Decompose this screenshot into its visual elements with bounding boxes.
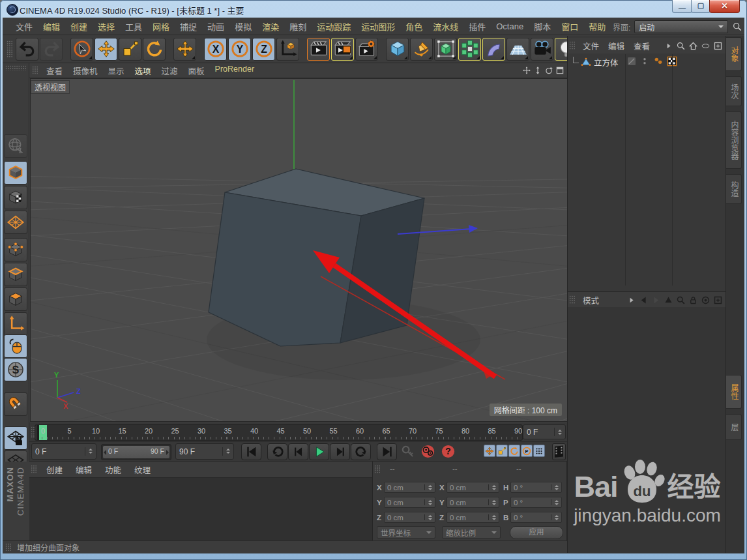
menu-item[interactable]: 插件 bbox=[463, 18, 491, 35]
spinner[interactable] bbox=[488, 484, 496, 490]
material-menu-item[interactable]: 功能 bbox=[98, 462, 128, 478]
am-target[interactable] bbox=[701, 295, 710, 305]
viewport-menu-item[interactable]: 面板 bbox=[183, 63, 210, 79]
scale-mode-select[interactable]: 缩放比例 bbox=[442, 526, 501, 538]
prev-frame-button[interactable] bbox=[288, 443, 308, 460]
menu-item[interactable]: 帮助 bbox=[583, 18, 611, 35]
move-tool[interactable] bbox=[95, 38, 117, 61]
render-settings-button[interactable] bbox=[355, 38, 378, 61]
om-add[interactable] bbox=[713, 41, 723, 51]
menu-item[interactable]: 运动跟踪 bbox=[312, 18, 356, 35]
tab-takes[interactable]: 场次 bbox=[726, 76, 742, 106]
viewport-menu-item[interactable]: ProRender bbox=[210, 63, 259, 79]
goto-prev-key-button[interactable] bbox=[267, 443, 287, 460]
spinner[interactable] bbox=[554, 428, 562, 436]
menu-item[interactable]: 雕刻 bbox=[284, 18, 312, 35]
menu-item[interactable]: 文件 bbox=[10, 18, 38, 35]
spinner[interactable] bbox=[551, 484, 559, 490]
om-home[interactable] bbox=[688, 41, 698, 51]
menu-item[interactable]: 捕捉 bbox=[175, 18, 202, 35]
om-menu-item[interactable]: 文件 bbox=[578, 38, 604, 54]
material-grip[interactable] bbox=[31, 465, 37, 474]
goto-end-button[interactable] bbox=[377, 443, 397, 460]
viewport-grip[interactable] bbox=[32, 66, 38, 75]
am-up[interactable] bbox=[664, 295, 673, 305]
am-search[interactable] bbox=[676, 295, 686, 305]
view-label[interactable]: 透视视图 bbox=[31, 80, 70, 94]
minimize-button[interactable]: — bbox=[672, 0, 692, 13]
z-axis-lock[interactable]: Z bbox=[252, 38, 275, 61]
tab-attributes[interactable]: 属性 bbox=[726, 375, 742, 409]
am-more[interactable] bbox=[626, 295, 636, 305]
add-generator-button[interactable] bbox=[434, 38, 457, 61]
visibility-dots-icon[interactable] bbox=[639, 56, 650, 66]
workplane-mode-button[interactable] bbox=[4, 211, 27, 234]
model-mode-button[interactable] bbox=[4, 161, 27, 184]
coordinate-system-toggle[interactable] bbox=[276, 38, 299, 61]
snap-settings-button[interactable]: S bbox=[4, 358, 27, 381]
edges-mode-button[interactable] bbox=[4, 263, 27, 286]
scene-canvas[interactable]: Y Z X bbox=[30, 78, 568, 422]
toolbar-grip[interactable] bbox=[7, 40, 12, 57]
enable-dots-icon[interactable] bbox=[652, 56, 664, 66]
om-search[interactable] bbox=[676, 41, 686, 51]
render-picture-viewer-button[interactable] bbox=[331, 38, 354, 61]
next-frame-button[interactable] bbox=[330, 443, 350, 460]
menu-item[interactable]: 编辑 bbox=[38, 18, 65, 35]
am-grip[interactable] bbox=[569, 295, 575, 304]
enable-axis-button[interactable] bbox=[4, 312, 27, 336]
add-environment-button[interactable] bbox=[506, 38, 529, 61]
menu-item[interactable]: 选择 bbox=[93, 18, 120, 35]
coords-grip[interactable] bbox=[374, 465, 380, 474]
menu-item[interactable]: 工具 bbox=[120, 18, 147, 35]
left-toolbar-grip[interactable] bbox=[5, 65, 26, 70]
material-menu-item[interactable]: 编辑 bbox=[69, 462, 98, 478]
tab-structure[interactable]: 构造 bbox=[726, 174, 742, 204]
interface-select[interactable]: 启动 bbox=[634, 20, 728, 33]
om-menu-item[interactable]: 查看 bbox=[629, 38, 654, 54]
add-camera-button[interactable] bbox=[531, 38, 553, 61]
om-menu-item[interactable]: 编辑 bbox=[604, 38, 629, 54]
polygon-object-icon[interactable] bbox=[581, 57, 591, 67]
last-used-tool[interactable] bbox=[173, 38, 196, 61]
viewport-menu-item[interactable]: 过滤 bbox=[156, 63, 183, 79]
om-more[interactable] bbox=[664, 41, 673, 51]
add-deformer-button[interactable] bbox=[482, 38, 505, 61]
spinner[interactable] bbox=[424, 514, 432, 520]
start-frame-field[interactable]: 0 F bbox=[31, 443, 96, 460]
record-scale-toggle[interactable] bbox=[496, 445, 508, 457]
record-pla-toggle[interactable] bbox=[533, 445, 545, 457]
coord-input[interactable]: 0 cm bbox=[447, 512, 499, 523]
om-grip[interactable] bbox=[569, 41, 575, 50]
menu-item[interactable]: 模拟 bbox=[229, 18, 257, 35]
menu-item[interactable]: 运动图形 bbox=[356, 18, 400, 35]
preview-range-slider[interactable]: 0 F 90 F bbox=[101, 444, 171, 460]
maximize-button[interactable]: ▢ bbox=[691, 0, 710, 13]
spinner[interactable] bbox=[551, 499, 559, 505]
am-forward[interactable] bbox=[651, 295, 661, 305]
record-parameter-toggle[interactable]: P bbox=[521, 445, 533, 457]
viewport-solo-button[interactable] bbox=[4, 334, 27, 358]
live-selection-tool[interactable] bbox=[70, 38, 93, 61]
menu-item[interactable]: 创建 bbox=[65, 18, 93, 35]
undo-button[interactable] bbox=[16, 38, 38, 61]
spinner[interactable] bbox=[222, 447, 230, 456]
x-axis-lock[interactable]: X bbox=[204, 38, 227, 61]
enable-snap-button[interactable] bbox=[4, 392, 27, 416]
am-lock[interactable] bbox=[688, 295, 698, 305]
timeline-ruler[interactable]: 051015202530354045505560657075808590 bbox=[35, 424, 523, 441]
add-array-button[interactable] bbox=[458, 38, 481, 61]
current-frame-field[interactable]: 0 F bbox=[523, 424, 566, 439]
rotate-tool[interactable] bbox=[143, 38, 166, 61]
spinner[interactable] bbox=[424, 499, 432, 505]
menu-item[interactable]: 脚本 bbox=[529, 18, 556, 35]
goto-start-button[interactable] bbox=[241, 443, 261, 460]
world-coords-select[interactable]: 世界坐标 bbox=[377, 526, 435, 538]
menu-item[interactable]: 渲染 bbox=[257, 18, 284, 35]
layer-color-icon[interactable] bbox=[626, 56, 637, 66]
viewport-menu-item[interactable]: 选项 bbox=[130, 63, 156, 79]
om-filter[interactable] bbox=[701, 41, 710, 51]
tab-objects[interactable]: 对象 bbox=[726, 37, 742, 71]
end-frame-field[interactable]: 90 F bbox=[175, 443, 234, 460]
cube-object[interactable] bbox=[209, 169, 424, 346]
